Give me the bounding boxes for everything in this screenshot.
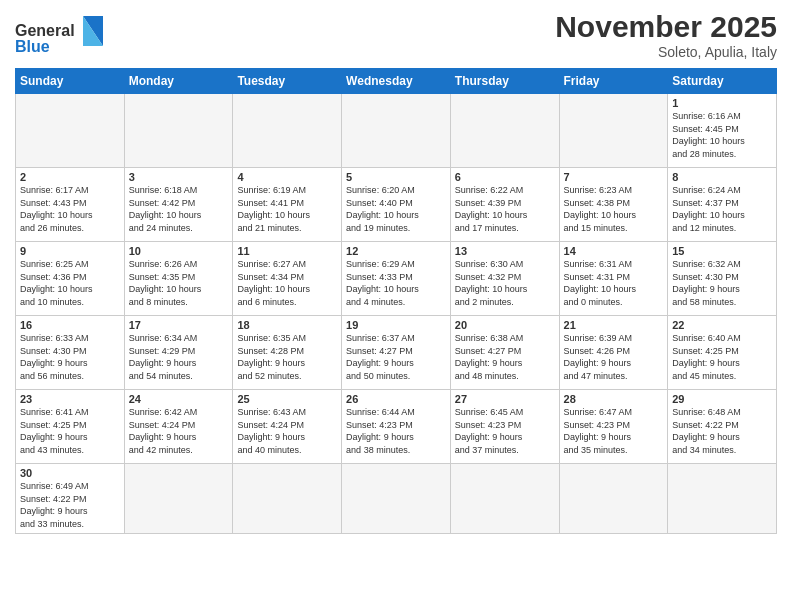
- day-number: 8: [672, 171, 772, 183]
- day-info: Sunrise: 6:23 AM Sunset: 4:38 PM Dayligh…: [564, 184, 664, 234]
- calendar-day: 27Sunrise: 6:45 AM Sunset: 4:23 PM Dayli…: [450, 390, 559, 464]
- day-number: 18: [237, 319, 337, 331]
- calendar-day: 18Sunrise: 6:35 AM Sunset: 4:28 PM Dayli…: [233, 316, 342, 390]
- day-info: Sunrise: 6:37 AM Sunset: 4:27 PM Dayligh…: [346, 332, 446, 382]
- day-info: Sunrise: 6:20 AM Sunset: 4:40 PM Dayligh…: [346, 184, 446, 234]
- calendar-day: 28Sunrise: 6:47 AM Sunset: 4:23 PM Dayli…: [559, 390, 668, 464]
- col-friday: Friday: [559, 69, 668, 94]
- calendar-day: [233, 94, 342, 168]
- header: General Blue November 2025 Soleto, Apuli…: [15, 10, 777, 60]
- calendar-day: 2Sunrise: 6:17 AM Sunset: 4:43 PM Daylig…: [16, 168, 125, 242]
- day-info: Sunrise: 6:26 AM Sunset: 4:35 PM Dayligh…: [129, 258, 229, 308]
- day-number: 29: [672, 393, 772, 405]
- calendar-day: 4Sunrise: 6:19 AM Sunset: 4:41 PM Daylig…: [233, 168, 342, 242]
- calendar-day: [450, 94, 559, 168]
- calendar-day: [450, 464, 559, 534]
- logo: General Blue: [15, 14, 105, 58]
- day-info: Sunrise: 6:43 AM Sunset: 4:24 PM Dayligh…: [237, 406, 337, 456]
- calendar-table: Sunday Monday Tuesday Wednesday Thursday…: [15, 68, 777, 534]
- calendar-day: 5Sunrise: 6:20 AM Sunset: 4:40 PM Daylig…: [342, 168, 451, 242]
- day-info: Sunrise: 6:41 AM Sunset: 4:25 PM Dayligh…: [20, 406, 120, 456]
- calendar-day: 19Sunrise: 6:37 AM Sunset: 4:27 PM Dayli…: [342, 316, 451, 390]
- calendar-day: 10Sunrise: 6:26 AM Sunset: 4:35 PM Dayli…: [124, 242, 233, 316]
- calendar-day: 16Sunrise: 6:33 AM Sunset: 4:30 PM Dayli…: [16, 316, 125, 390]
- day-number: 19: [346, 319, 446, 331]
- day-number: 6: [455, 171, 555, 183]
- calendar-day: [342, 94, 451, 168]
- calendar-day: [16, 94, 125, 168]
- calendar-week-row: 2Sunrise: 6:17 AM Sunset: 4:43 PM Daylig…: [16, 168, 777, 242]
- day-number: 12: [346, 245, 446, 257]
- calendar-day: 21Sunrise: 6:39 AM Sunset: 4:26 PM Dayli…: [559, 316, 668, 390]
- calendar-day: 22Sunrise: 6:40 AM Sunset: 4:25 PM Dayli…: [668, 316, 777, 390]
- day-info: Sunrise: 6:48 AM Sunset: 4:22 PM Dayligh…: [672, 406, 772, 456]
- calendar-day: 15Sunrise: 6:32 AM Sunset: 4:30 PM Dayli…: [668, 242, 777, 316]
- title-section: November 2025 Soleto, Apulia, Italy: [555, 10, 777, 60]
- calendar-day: 14Sunrise: 6:31 AM Sunset: 4:31 PM Dayli…: [559, 242, 668, 316]
- day-info: Sunrise: 6:29 AM Sunset: 4:33 PM Dayligh…: [346, 258, 446, 308]
- day-info: Sunrise: 6:30 AM Sunset: 4:32 PM Dayligh…: [455, 258, 555, 308]
- calendar-week-row: 23Sunrise: 6:41 AM Sunset: 4:25 PM Dayli…: [16, 390, 777, 464]
- calendar-day: 9Sunrise: 6:25 AM Sunset: 4:36 PM Daylig…: [16, 242, 125, 316]
- day-info: Sunrise: 6:31 AM Sunset: 4:31 PM Dayligh…: [564, 258, 664, 308]
- day-info: Sunrise: 6:45 AM Sunset: 4:23 PM Dayligh…: [455, 406, 555, 456]
- calendar-day: 13Sunrise: 6:30 AM Sunset: 4:32 PM Dayli…: [450, 242, 559, 316]
- calendar-day: [342, 464, 451, 534]
- day-number: 11: [237, 245, 337, 257]
- calendar-day: 24Sunrise: 6:42 AM Sunset: 4:24 PM Dayli…: [124, 390, 233, 464]
- calendar-day: [559, 464, 668, 534]
- calendar-day: 20Sunrise: 6:38 AM Sunset: 4:27 PM Dayli…: [450, 316, 559, 390]
- day-number: 4: [237, 171, 337, 183]
- day-number: 15: [672, 245, 772, 257]
- calendar-day: 23Sunrise: 6:41 AM Sunset: 4:25 PM Dayli…: [16, 390, 125, 464]
- day-info: Sunrise: 6:27 AM Sunset: 4:34 PM Dayligh…: [237, 258, 337, 308]
- calendar-day: 25Sunrise: 6:43 AM Sunset: 4:24 PM Dayli…: [233, 390, 342, 464]
- calendar-week-row: 9Sunrise: 6:25 AM Sunset: 4:36 PM Daylig…: [16, 242, 777, 316]
- calendar-day: 6Sunrise: 6:22 AM Sunset: 4:39 PM Daylig…: [450, 168, 559, 242]
- col-wednesday: Wednesday: [342, 69, 451, 94]
- day-number: 2: [20, 171, 120, 183]
- day-number: 20: [455, 319, 555, 331]
- day-info: Sunrise: 6:16 AM Sunset: 4:45 PM Dayligh…: [672, 110, 772, 160]
- day-number: 21: [564, 319, 664, 331]
- calendar-day: 12Sunrise: 6:29 AM Sunset: 4:33 PM Dayli…: [342, 242, 451, 316]
- calendar-day: 7Sunrise: 6:23 AM Sunset: 4:38 PM Daylig…: [559, 168, 668, 242]
- day-info: Sunrise: 6:19 AM Sunset: 4:41 PM Dayligh…: [237, 184, 337, 234]
- svg-text:General: General: [15, 22, 75, 39]
- day-info: Sunrise: 6:40 AM Sunset: 4:25 PM Dayligh…: [672, 332, 772, 382]
- day-number: 5: [346, 171, 446, 183]
- location: Soleto, Apulia, Italy: [555, 44, 777, 60]
- month-title: November 2025: [555, 10, 777, 44]
- col-saturday: Saturday: [668, 69, 777, 94]
- day-info: Sunrise: 6:35 AM Sunset: 4:28 PM Dayligh…: [237, 332, 337, 382]
- day-number: 1: [672, 97, 772, 109]
- day-info: Sunrise: 6:49 AM Sunset: 4:22 PM Dayligh…: [20, 480, 120, 530]
- calendar-week-row: 30Sunrise: 6:49 AM Sunset: 4:22 PM Dayli…: [16, 464, 777, 534]
- day-number: 24: [129, 393, 229, 405]
- day-number: 23: [20, 393, 120, 405]
- calendar-day: [233, 464, 342, 534]
- day-number: 30: [20, 467, 120, 479]
- day-info: Sunrise: 6:42 AM Sunset: 4:24 PM Dayligh…: [129, 406, 229, 456]
- calendar-day: 3Sunrise: 6:18 AM Sunset: 4:42 PM Daylig…: [124, 168, 233, 242]
- day-number: 3: [129, 171, 229, 183]
- calendar-day: 26Sunrise: 6:44 AM Sunset: 4:23 PM Dayli…: [342, 390, 451, 464]
- day-number: 27: [455, 393, 555, 405]
- day-number: 10: [129, 245, 229, 257]
- calendar-day: 17Sunrise: 6:34 AM Sunset: 4:29 PM Dayli…: [124, 316, 233, 390]
- col-monday: Monday: [124, 69, 233, 94]
- col-sunday: Sunday: [16, 69, 125, 94]
- day-info: Sunrise: 6:18 AM Sunset: 4:42 PM Dayligh…: [129, 184, 229, 234]
- calendar-day: [124, 94, 233, 168]
- day-number: 14: [564, 245, 664, 257]
- calendar-day: 30Sunrise: 6:49 AM Sunset: 4:22 PM Dayli…: [16, 464, 125, 534]
- day-number: 7: [564, 171, 664, 183]
- calendar-day: [124, 464, 233, 534]
- col-tuesday: Tuesday: [233, 69, 342, 94]
- day-number: 26: [346, 393, 446, 405]
- day-number: 22: [672, 319, 772, 331]
- day-info: Sunrise: 6:25 AM Sunset: 4:36 PM Dayligh…: [20, 258, 120, 308]
- day-number: 9: [20, 245, 120, 257]
- day-number: 16: [20, 319, 120, 331]
- day-number: 25: [237, 393, 337, 405]
